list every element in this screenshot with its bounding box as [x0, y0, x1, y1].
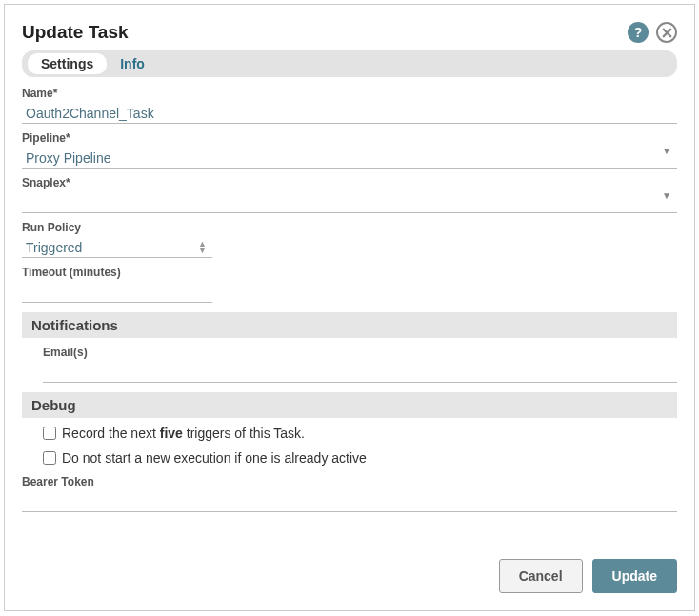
field-bearer-token: Bearer Token: [22, 475, 677, 512]
cancel-button[interactable]: Cancel: [499, 559, 583, 593]
record-triggers-checkbox[interactable]: [43, 427, 56, 440]
name-input[interactable]: [22, 102, 677, 124]
field-pipeline: Pipeline* ▼: [22, 131, 677, 169]
footer-buttons: Cancel Update: [499, 559, 677, 593]
dialog-header-icons: ?: [628, 22, 677, 43]
field-snaplex: Snaplex* ▼: [22, 176, 677, 213]
tab-settings[interactable]: Settings: [28, 53, 107, 74]
snaplex-select[interactable]: [22, 191, 677, 213]
no-new-exec-row: Do not start a new execution if one is a…: [43, 450, 677, 466]
dialog-title: Update Task: [22, 22, 129, 43]
run-policy-label: Run Policy: [22, 221, 677, 234]
no-new-exec-label: Do not start a new execution if one is a…: [62, 450, 367, 466]
snaplex-label: Snaplex*: [22, 176, 677, 189]
update-task-dialog: Update Task ? Settings Info Name* Pipeli…: [4, 4, 695, 611]
update-button[interactable]: Update: [592, 559, 677, 593]
record-bold-text: five: [160, 426, 183, 441]
dialog-header: Update Task ?: [22, 22, 677, 43]
emails-input[interactable]: [43, 361, 677, 383]
section-debug: Debug: [22, 392, 677, 418]
name-label: Name*: [22, 87, 677, 100]
field-run-policy: Run Policy ▲▼: [22, 221, 677, 258]
pipeline-select[interactable]: [22, 147, 677, 169]
record-pre-text: Record the next: [62, 426, 160, 441]
section-notifications: Notifications: [22, 312, 677, 338]
emails-label: Email(s): [43, 346, 677, 359]
close-icon[interactable]: [656, 22, 677, 43]
bearer-input[interactable]: [22, 490, 677, 512]
pipeline-label: Pipeline*: [22, 131, 677, 145]
no-new-exec-checkbox[interactable]: [43, 451, 56, 465]
tab-info[interactable]: Info: [107, 53, 158, 74]
timeout-label: Timeout (minutes): [22, 266, 677, 279]
record-triggers-row: Record the next five triggers of this Ta…: [43, 426, 677, 441]
field-emails: Email(s): [22, 346, 677, 383]
run-policy-select[interactable]: [22, 236, 212, 258]
field-timeout: Timeout (minutes): [22, 266, 677, 303]
record-post-text: triggers of this Task.: [183, 426, 305, 441]
help-icon[interactable]: ?: [628, 22, 649, 43]
record-triggers-label: Record the next five triggers of this Ta…: [62, 426, 305, 441]
tabs-bar: Settings Info: [22, 50, 677, 77]
field-name: Name*: [22, 87, 677, 124]
debug-options: Record the next five triggers of this Ta…: [22, 426, 677, 466]
bearer-label: Bearer Token: [22, 475, 677, 488]
timeout-input[interactable]: [22, 281, 212, 303]
